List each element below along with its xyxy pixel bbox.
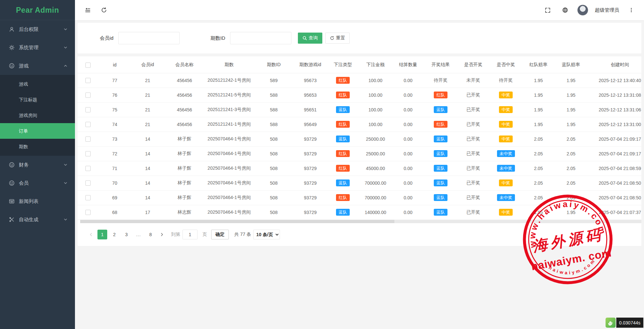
cell-member_id: 21 (131, 88, 164, 102)
page-button-2[interactable]: 2 (110, 230, 119, 239)
sidebar-item-game-room[interactable]: 游戏房间 (0, 107, 75, 123)
cell-draw_status: 未开奖 (457, 73, 490, 88)
row-checkbox[interactable] (85, 210, 91, 215)
cell-settle_qty: 0.00 (392, 190, 424, 205)
row-checkbox[interactable] (85, 166, 91, 171)
column-header: 是否开奖 (457, 57, 490, 73)
cell-id: 70 (98, 176, 131, 190)
search-button[interactable]: 查询 (298, 33, 322, 44)
cell-bet_type: 红队 (327, 190, 359, 205)
status-badge: 红队 (336, 121, 350, 128)
select-all-checkbox[interactable] (85, 63, 91, 68)
page-button-3[interactable]: 3 (122, 230, 131, 239)
cell-draw_status: 已开奖 (457, 117, 490, 132)
row-checkbox[interactable] (85, 78, 91, 83)
cell-id: 75 (98, 102, 131, 117)
cell-period_id: 589 (254, 73, 294, 88)
page-button-1[interactable]: 1 (97, 230, 107, 239)
cell-red_odds: 2.05 (522, 176, 555, 190)
column-header: 是否中奖 (490, 57, 522, 73)
row-checkbox[interactable] (85, 107, 91, 112)
row-checkbox[interactable] (85, 93, 91, 98)
sidebar-item-news-list[interactable]: 新闻列表 (0, 192, 75, 210)
status-badge: 中奖 (499, 209, 513, 216)
page-button-8[interactable]: 8 (146, 230, 155, 239)
cell-draw_status: 已开奖 (457, 176, 490, 190)
row-checkbox[interactable] (85, 151, 91, 156)
horizontal-scrollbar[interactable] (80, 220, 641, 223)
member-id-input[interactable] (118, 32, 180, 44)
sidebar-item-label: 财务 (19, 162, 29, 168)
sidebar-item-member[interactable]: 会员 (0, 174, 75, 192)
sidebar-item-game-sub[interactable]: 游戏 (0, 76, 75, 92)
status-badge: 蓝队 (434, 209, 447, 216)
sidebar-item-system[interactable]: 系统管理 (0, 38, 75, 57)
cell-member_name: 456456 (164, 117, 205, 132)
period-id-label: 期数ID (205, 35, 225, 41)
cell-blue_odds: 1.95 (555, 102, 587, 117)
status-badge: 红队 (434, 92, 447, 98)
sidebar-item-bet-title[interactable]: 下注标题 (0, 92, 75, 107)
period-id-input[interactable] (230, 32, 291, 44)
status-badge: 蓝队 (434, 179, 447, 186)
cell-blue_odds: 2.05 (555, 176, 587, 190)
user-avatar[interactable] (577, 5, 588, 16)
sidebar-item-order[interactable]: 订单 (0, 123, 75, 139)
cell-bet_type: 红队 (327, 117, 359, 132)
jump-confirm-button[interactable]: 确定 (211, 230, 229, 239)
cell-period_game_id: 93729 (294, 132, 327, 146)
total-count-label: 共 77 条 (234, 232, 251, 237)
table-wrapper: id会员id会员名称期数期数ID期数游戏id下注类型下注金额结算数量开奖结果是否… (78, 57, 641, 220)
sidebar-item-label: 会员 (19, 180, 29, 186)
collapse-menu-icon[interactable] (82, 5, 93, 16)
cell-bet_amount: 25000.00 (359, 132, 392, 146)
cell-member_name: 林子辉 (164, 161, 205, 176)
cell-created_at: 2025-12-12 13:31:06 (587, 102, 641, 117)
cell-period_id: 508 (254, 132, 294, 146)
thinkphp-logo-icon[interactable] (606, 318, 616, 328)
sidebar-item-backend-auth[interactable]: 后台权限 (0, 20, 75, 38)
jump-page-input[interactable] (183, 230, 198, 239)
cell-bet_type: 红队 (327, 73, 359, 88)
sidebar-item-auto-generate[interactable]: 自动生成 (0, 210, 75, 229)
cell-settle_qty: 0.00 (392, 73, 424, 88)
chevron-down-icon (63, 26, 68, 32)
status-badge: 蓝队 (434, 106, 447, 113)
scrollbar-thumb[interactable] (80, 220, 394, 223)
next-page-button[interactable] (158, 230, 166, 239)
cell-period_game_id: 95673 (294, 73, 327, 88)
more-options-kebab-icon[interactable] (626, 5, 637, 16)
status-badge: 未中奖 (497, 150, 515, 157)
column-header: 会员id (131, 57, 164, 73)
page-size-select[interactable]: 10 条/页 (253, 230, 280, 239)
row-checkbox[interactable] (85, 195, 91, 200)
language-globe-icon[interactable] (560, 5, 571, 16)
fullscreen-icon[interactable] (542, 5, 553, 16)
table-row: 74214564562025121241-1号房间58895649红队100.0… (78, 117, 641, 132)
sidebar-item-game[interactable]: 游戏 (0, 57, 75, 75)
status-badge: 红队 (336, 92, 350, 98)
sidebar-item-finance[interactable]: 财务 (0, 156, 75, 174)
row-checkbox[interactable] (85, 122, 91, 127)
refresh-icon[interactable] (98, 5, 110, 16)
submenu-game: 游戏下注标题游戏房间订单期数 (0, 75, 75, 156)
prev-page-button[interactable] (87, 230, 95, 239)
cell-member_name: 林子辉 (164, 132, 205, 146)
sidebar-item-period[interactable]: 期数 (0, 139, 75, 154)
cell-bet_amount: 100.00 (359, 88, 392, 102)
cell-member_id: 14 (131, 132, 164, 146)
cell-period_game_id: 95649 (294, 117, 327, 132)
cell-id: 76 (98, 88, 131, 102)
cell-red_odds: 2.05 (522, 146, 555, 161)
cell-draw_status: 已开奖 (457, 88, 490, 102)
cell-created_at: 2025-07-04 21:09:17 (587, 146, 641, 161)
reset-button[interactable]: 重置 (325, 33, 350, 44)
cell-bet_amount: 25000.00 (359, 146, 392, 161)
column-header: 创建时间 (587, 57, 641, 73)
column-header: 蓝队赔率 (555, 57, 587, 73)
cell-bet_amount: 140000.00 (359, 205, 392, 220)
cell-period_id: 508 (254, 161, 294, 176)
cell-red_odds: 1.95 (522, 88, 555, 102)
row-checkbox[interactable] (85, 180, 91, 186)
row-checkbox[interactable] (85, 136, 91, 142)
